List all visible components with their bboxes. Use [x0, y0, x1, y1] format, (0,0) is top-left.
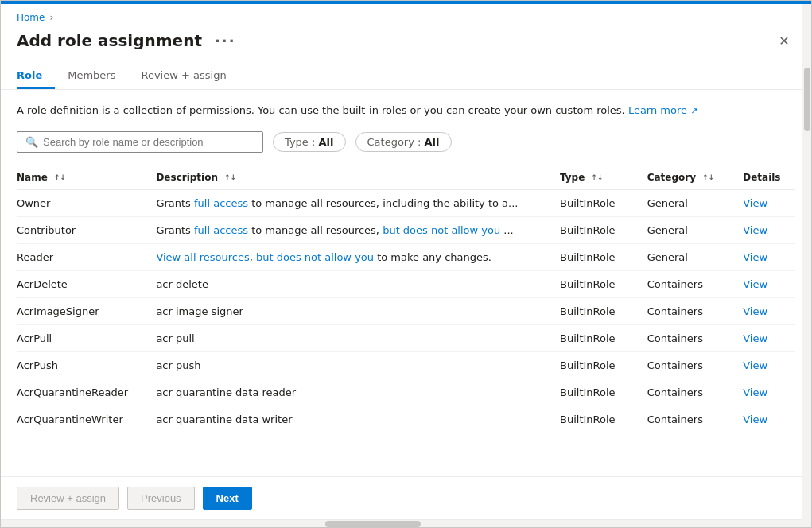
cell-name: AcrPush [17, 351, 156, 379]
view-link[interactable]: View [743, 224, 767, 236]
cell-name: Contributor [17, 216, 156, 243]
cell-category: General [647, 243, 744, 270]
cell-description: View all resources, but does not allow y… [156, 243, 560, 270]
search-box[interactable]: 🔍 [17, 131, 263, 153]
table-row[interactable]: ContributorGrants full access to manage … [17, 216, 795, 243]
cell-details[interactable]: View [743, 351, 795, 379]
cell-name: AcrPull [17, 324, 156, 351]
cell-description: Grants full access to manage all resourc… [156, 216, 560, 243]
search-icon: 🔍 [25, 136, 38, 148]
cell-category: General [647, 216, 744, 243]
cell-type: BuiltInRole [560, 351, 647, 379]
col-details: Details [743, 165, 795, 190]
sort-type-icon: ↑↓ [592, 174, 604, 181]
category-filter-badge[interactable]: Category : All [355, 132, 452, 152]
footer: Review + assign Previous Next [1, 476, 811, 519]
sort-name-icon: ↑↓ [54, 174, 66, 181]
table-row[interactable]: AcrQuarantineWriteracr quarantine data w… [17, 406, 795, 433]
cell-details[interactable]: View [743, 324, 795, 351]
view-link[interactable]: View [743, 413, 767, 425]
scrollbar-thumb [804, 68, 810, 131]
table-row[interactable]: AcrQuarantineReaderacr quarantine data r… [17, 379, 795, 406]
cell-description: acr push [156, 351, 560, 379]
cell-name: Owner [17, 189, 156, 216]
cell-details[interactable]: View [743, 406, 795, 433]
bottom-scrollbar[interactable] [1, 519, 811, 527]
view-link[interactable]: View [743, 359, 767, 371]
search-input[interactable] [43, 136, 254, 148]
review-assign-button[interactable]: Review + assign [17, 487, 119, 510]
next-button[interactable]: Next [203, 487, 252, 510]
close-button[interactable]: ✕ [773, 29, 795, 52]
col-type[interactable]: Type ↑↓ [560, 165, 647, 190]
cell-category: General [647, 189, 744, 216]
cell-category: Containers [647, 297, 744, 324]
view-link[interactable]: View [743, 386, 767, 398]
cell-type: BuiltInRole [560, 189, 647, 216]
cell-category: Containers [647, 379, 744, 406]
cell-description: acr pull [156, 324, 560, 351]
cell-type: BuiltInRole [560, 406, 647, 433]
cell-type: BuiltInRole [560, 324, 647, 351]
cell-details[interactable]: View [743, 216, 795, 243]
page-title: Add role assignment ··· [17, 31, 241, 51]
cell-name: AcrQuarantineWriter [17, 406, 156, 433]
add-role-assignment-window: Home › Add role assignment ··· ✕ Role Me… [0, 0, 812, 528]
cell-type: BuiltInRole [560, 379, 647, 406]
col-category[interactable]: Category ↑↓ [647, 165, 744, 190]
sort-desc-icon: ↑↓ [224, 174, 236, 181]
view-link[interactable]: View [743, 197, 767, 209]
table-row[interactable]: AcrDeleteacr deleteBuiltInRoleContainers… [17, 270, 795, 297]
table-row[interactable]: AcrPullacr pullBuiltInRoleContainersView [17, 324, 795, 351]
cell-name: AcrDelete [17, 270, 156, 297]
cell-name: AcrImageSigner [17, 297, 156, 324]
main-content: A role definition is a collection of per… [1, 90, 811, 476]
table-row[interactable]: OwnerGrants full access to manage all re… [17, 189, 795, 216]
tab-review-assign[interactable]: Review + assign [128, 63, 239, 89]
sort-category-icon: ↑↓ [702, 174, 714, 181]
ellipsis-button[interactable]: ··· [210, 31, 241, 51]
cell-details[interactable]: View [743, 270, 795, 297]
view-link[interactable]: View [743, 278, 767, 290]
breadcrumb-home[interactable]: Home [17, 12, 45, 23]
vertical-scrollbar[interactable] [802, 4, 811, 527]
cell-description: Grants full access to manage all resourc… [156, 189, 560, 216]
roles-table: Name ↑↓ Description ↑↓ Type ↑↓ Categor [17, 165, 795, 433]
view-link[interactable]: View [743, 305, 767, 317]
bottom-scrollbar-thumb [325, 521, 421, 527]
cell-description: acr quarantine data reader [156, 379, 560, 406]
type-filter-badge[interactable]: Type : All [273, 132, 346, 152]
learn-more-link[interactable]: Learn more ↗ [628, 104, 698, 116]
tab-members[interactable]: Members [55, 63, 128, 89]
description-text: A role definition is a collection of per… [17, 103, 795, 118]
cell-description: acr delete [156, 270, 560, 297]
col-description[interactable]: Description ↑↓ [156, 165, 560, 190]
cell-details[interactable]: View [743, 297, 795, 324]
cell-category: Containers [647, 406, 744, 433]
cell-details[interactable]: View [743, 379, 795, 406]
cell-details[interactable]: View [743, 189, 795, 216]
cell-type: BuiltInRole [560, 270, 647, 297]
cell-type: BuiltInRole [560, 297, 647, 324]
col-name[interactable]: Name ↑↓ [17, 165, 156, 190]
cell-category: Containers [647, 270, 744, 297]
roles-table-container: Name ↑↓ Description ↑↓ Type ↑↓ Categor [17, 165, 795, 433]
filters-row: 🔍 Type : All Category : All [17, 131, 795, 153]
cell-description: acr image signer [156, 297, 560, 324]
tabs: Role Members Review + assign [17, 63, 795, 89]
tab-role[interactable]: Role [17, 63, 55, 89]
view-link[interactable]: View [743, 332, 767, 344]
cell-details[interactable]: View [743, 243, 795, 270]
table-row[interactable]: ReaderView all resources, but does not a… [17, 243, 795, 270]
cell-type: BuiltInRole [560, 243, 647, 270]
table-row[interactable]: AcrPushacr pushBuiltInRoleContainersView [17, 351, 795, 379]
previous-button[interactable]: Previous [127, 487, 195, 510]
cell-category: Containers [647, 351, 744, 379]
cell-category: Containers [647, 324, 744, 351]
cell-description: acr quarantine data writer [156, 406, 560, 433]
table-row[interactable]: AcrImageSigneracr image signerBuiltInRol… [17, 297, 795, 324]
cell-type: BuiltInRole [560, 216, 647, 243]
window-header: Home › Add role assignment ··· ✕ Role Me… [1, 4, 811, 90]
cell-name: Reader [17, 243, 156, 270]
view-link[interactable]: View [743, 251, 767, 263]
